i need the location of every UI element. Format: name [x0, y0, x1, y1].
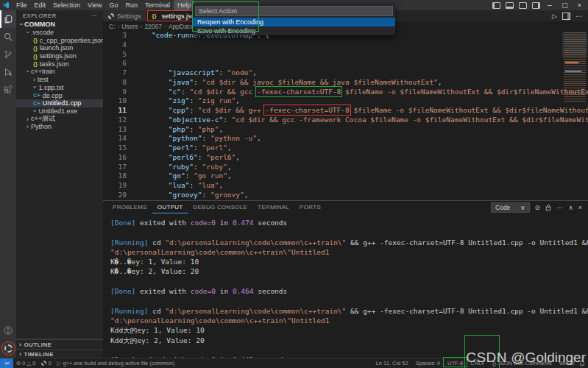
tree-item[interactable]: ›COMMON — [16, 21, 103, 29]
encoding-indicator[interactable]: UTF-8 — [444, 360, 466, 367]
code-line[interactable]: 11 "cpp": "cd $dir && g++ -fexec-charset… — [103, 106, 588, 116]
problems-indicator[interactable]: ⊘ 0 △ 0 — [13, 360, 38, 367]
customize-layout-icon[interactable] — [532, 2, 540, 9]
extensions-icon[interactable] — [0, 81, 16, 99]
menu-file[interactable]: File — [13, 0, 31, 10]
code-line[interactable]: 15 "perl": "perl", — [103, 144, 588, 153]
panel-tab-ports[interactable]: PORTS — [294, 201, 326, 213]
tree-item[interactable]: {}tasks.json — [16, 60, 103, 68]
run-code-icon[interactable]: ▷ — [552, 13, 557, 20]
code-line[interactable]: 5 — [103, 50, 588, 60]
split-editor-icon[interactable] — [562, 13, 570, 20]
minimap[interactable] — [564, 32, 586, 103]
clear-output-icon[interactable]: ⊘ — [535, 204, 541, 211]
toggle-panel-icon[interactable] — [506, 2, 514, 9]
settings-gear-icon[interactable] — [0, 339, 16, 357]
breadcrumb-item[interactable]: C: — [109, 23, 116, 30]
output-token: [Done] — [110, 287, 135, 295]
panel-tab-terminal[interactable]: TERMINAL — [252, 201, 294, 213]
close-button[interactable]: × — [575, 1, 584, 9]
output-log[interactable]: [Done] exited with code=0 in 0.474 secon… — [103, 214, 588, 359]
tree-item[interactable]: C+Untitled1.cpp — [16, 99, 103, 107]
remote-indicator[interactable]: >< — [0, 358, 13, 368]
code-line[interactable]: 10 "zig": "zig run", — [103, 96, 588, 106]
menu-selection[interactable]: Selection — [49, 0, 84, 10]
quick-pick-input[interactable]: Select Action — [195, 6, 393, 16]
tree-item[interactable]: {}launch.json — [16, 44, 103, 52]
editor-more-icon[interactable]: ⋯ — [575, 13, 582, 20]
code-line[interactable]: 14 "python": "python -u", — [103, 134, 588, 144]
quick-pick-dropdown: Select Action Reopen with EncodingSave w… — [193, 4, 395, 35]
tool-counter[interactable]: 0 — [38, 360, 54, 367]
output-token: cd — [148, 238, 165, 247]
section-outline[interactable]: ›OUTLINE — [16, 339, 103, 349]
code-token: "java" — [169, 78, 194, 86]
quick-pick-item[interactable]: Save with Encoding — [193, 26, 395, 35]
explorer-more-icon[interactable]: ⋯ — [91, 13, 97, 19]
panel-more-icon[interactable]: ⋯ — [556, 204, 563, 211]
tree-item[interactable]: ›.vscode — [16, 29, 103, 37]
code-line[interactable]: 13 "php": "php", — [103, 125, 588, 135]
panel-tab-output[interactable]: OUTPUT — [152, 201, 188, 213]
toggle-secondary-sidebar-icon[interactable] — [519, 2, 527, 9]
menu-go[interactable]: Go — [105, 0, 121, 10]
menu-help[interactable]: Help — [174, 0, 195, 10]
panel-tab-debug-console[interactable]: DEBUG CONSOLE — [188, 201, 253, 213]
build-task-indicator[interactable]: ▷ g++.exe build and debug active file (c… — [54, 360, 178, 367]
restore-button[interactable]: ▢ — [559, 1, 570, 9]
section-label: OUTLINE — [24, 342, 52, 348]
quick-pick-item[interactable]: Reopen with Encoding — [193, 18, 395, 26]
panel-tab-problems[interactable]: PROBLEMS — [107, 201, 152, 213]
tree-item[interactable]: C+de.cpp — [16, 91, 103, 99]
breadcrumb-item[interactable]: AppData — [169, 23, 193, 30]
toggle-sidebar-icon[interactable] — [492, 2, 500, 9]
code-line[interactable]: 9 "c": "cd $dir && gcc -fexec-charset=UT… — [103, 88, 588, 97]
close-panel-icon[interactable]: × — [578, 204, 582, 211]
code-editor[interactable]: 3 "code-runner.executorMap": {4567 "java… — [103, 31, 588, 200]
code-line[interactable]: 18 "go": "go run", — [103, 171, 588, 181]
tree-item[interactable]: {}c_cpp_properties.json — [16, 36, 103, 44]
minimize-button[interactable]: ─ — [545, 1, 554, 9]
output-channel-select[interactable]: Code∨ — [491, 202, 530, 213]
code-line[interactable]: 12 "objective-c": "cd $dir && gcc -frame… — [103, 116, 588, 125]
tree-item[interactable]: ›c++train — [16, 68, 103, 76]
menu-view[interactable]: View — [84, 0, 105, 10]
account-icon[interactable] — [0, 322, 16, 339]
tree-item[interactable]: ≡1.cpp.txt — [16, 84, 103, 92]
code-line[interactable]: 7 "javascript": "node", — [103, 68, 588, 78]
code-line[interactable]: 20 "groovy": "groovy", — [103, 191, 588, 200]
output-line — [110, 227, 588, 237]
code-line[interactable]: 8 "java": "cd $dir && javac $fileName &&… — [103, 78, 588, 88]
search-icon[interactable] — [0, 28, 16, 46]
cursor-position[interactable]: Ln 11, Col 52 — [373, 360, 411, 367]
tree-item[interactable]: {}settings.json — [16, 52, 103, 60]
maximize-panel-icon[interactable]: ∧ — [568, 204, 573, 211]
tree-item[interactable]: ›test — [16, 76, 103, 84]
tree-item[interactable]: ›Python — [16, 123, 103, 131]
tree-item[interactable]: ›c++测试 — [16, 115, 103, 123]
breadcrumb-item[interactable]: Users — [121, 23, 138, 30]
breadcrumb-item[interactable]: 22067 — [144, 23, 162, 30]
run-debug-icon[interactable] — [0, 63, 16, 81]
output-token: in — [216, 287, 233, 295]
code-token: $fileName -o $fileNameWithoutExt && $dir… — [350, 106, 588, 114]
explorer-icon[interactable] — [0, 10, 16, 28]
lock-scroll-icon[interactable] — [545, 204, 551, 211]
code-line[interactable]: 6 — [103, 59, 588, 68]
tab-settings[interactable]: Settings — [103, 10, 147, 21]
source-control-icon[interactable] — [0, 46, 16, 63]
code-line[interactable]: 19 "lua": "lua", — [103, 181, 588, 191]
menu-edit[interactable]: Edit — [31, 0, 50, 10]
code-line[interactable]: 4 — [103, 40, 588, 50]
line-number: 16 — [103, 153, 135, 163]
tree-item[interactable]: ≡Untitled1.exe — [16, 107, 103, 116]
menu-terminal[interactable]: Terminal — [141, 0, 174, 10]
code-line[interactable]: 17 "ruby": "ruby", — [103, 163, 588, 172]
menu-run[interactable]: Run — [121, 0, 141, 10]
code-token — [135, 116, 169, 124]
indentation-indicator[interactable]: Spaces: 4 — [413, 360, 443, 367]
output-token: K�..�ey: 2, Value: 20 — [110, 267, 199, 275]
code-line[interactable]: 16 "perl6": "perl6", — [103, 153, 588, 163]
code-token: : — [189, 125, 197, 133]
output-token: Kdd大的ey: 2, Value: 20 — [110, 336, 205, 344]
